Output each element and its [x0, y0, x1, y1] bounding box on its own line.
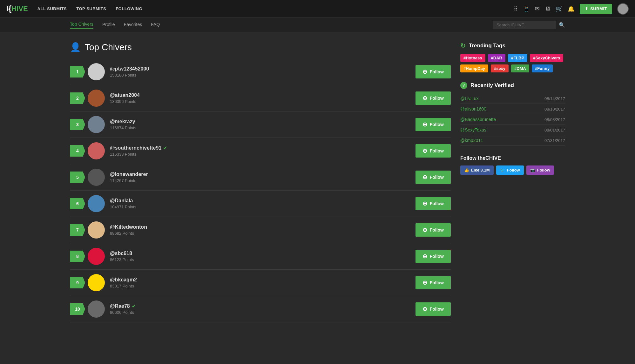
user-info: @sbc618 86123 Points [110, 251, 415, 262]
user-points: 83017 Points [110, 284, 415, 288]
follow-chive-title: Follow theCHIVE [460, 155, 565, 161]
user-avatar[interactable] [88, 63, 105, 80]
user-info: @bkcagm2 83017 Points [110, 277, 415, 288]
verified-username[interactable]: @Badassbrunette [460, 117, 496, 122]
user-row: 1 @ptw123452000 153180 Points ⊕ Follow [70, 59, 451, 85]
cart-icon[interactable]: 🛒 [556, 5, 563, 12]
twitter-follow-button[interactable]: 🐦Follow [496, 165, 524, 175]
plus-icon: ⊕ [422, 174, 427, 181]
follow-button[interactable]: ⊕ Follow [415, 91, 451, 105]
user-avatar[interactable] [88, 90, 105, 107]
subnav-favorites[interactable]: Favorites [124, 22, 142, 28]
follow-label: Follow [430, 201, 444, 206]
logo[interactable]: i{HIVE [6, 4, 28, 14]
verified-username[interactable]: @Liv.Lux [460, 96, 479, 101]
header: i{HIVE ALL SUBMITS TOP SUBMITS FOLLOWING… [0, 0, 635, 18]
user-row: 9 @bkcagm2 83017 Points ⊕ Follow [70, 270, 451, 296]
follow-label: Follow [430, 175, 444, 180]
plus-icon: ⊕ [422, 306, 427, 313]
follow-button[interactable]: ⊕ Follow [415, 65, 451, 78]
user-avatar[interactable] [88, 221, 105, 239]
hashtag[interactable]: #HumpDay [460, 64, 488, 72]
rank-badge: 2 [70, 92, 85, 104]
username[interactable]: @mekrazy [110, 119, 415, 125]
follow-button[interactable]: ⊕ Follow [415, 276, 451, 289]
mail-icon[interactable]: ✉ [535, 5, 540, 12]
follow-button[interactable]: ⊕ Follow [415, 250, 451, 263]
plus-icon: ⊕ [422, 253, 427, 260]
subnav-profile[interactable]: Profile [102, 22, 115, 28]
trending-tags-widget: ↻ Trending Tags #Hotness#DAR#FLBP#SexyCh… [460, 42, 565, 72]
verified-row: @kmp2011 07/31/2017 [460, 135, 565, 146]
follow-label: Follow [430, 69, 444, 74]
username[interactable]: @Rae78 ✔ [110, 303, 415, 309]
verified-icon: ✔ [132, 304, 136, 309]
submit-button[interactable]: ⬆ SUBMIT [580, 4, 612, 14]
verified-date: 07/31/2017 [544, 138, 565, 143]
hashtag[interactable]: #Funny [532, 64, 553, 72]
username[interactable]: @Kiltedwonton [110, 224, 415, 230]
mobile-icon[interactable]: 📱 [523, 5, 530, 12]
username[interactable]: @lonewanderer [110, 172, 415, 177]
user-avatar[interactable] [88, 274, 105, 291]
username[interactable]: @bkcagm2 [110, 277, 415, 283]
follow-button[interactable]: ⊕ Follow [415, 302, 451, 316]
hashtag[interactable]: #DMA [511, 64, 529, 72]
follow-label: Follow [430, 227, 444, 233]
verified-username[interactable]: @SexyTexas [460, 127, 486, 132]
follow-button[interactable]: ⊕ Follow [415, 223, 451, 237]
nav-top-submits[interactable]: TOP SUBMITS [76, 6, 106, 11]
facebook-follow-button[interactable]: 👍Like 3.1M [460, 165, 494, 175]
user-avatar[interactable] [88, 169, 105, 186]
nav-all-submits[interactable]: ALL SUBMITS [37, 6, 67, 11]
follow-button[interactable]: ⊕ Follow [415, 171, 451, 184]
username[interactable]: @sbc618 [110, 251, 415, 256]
search-button[interactable]: 🔍 [559, 22, 565, 28]
hashtag[interactable]: #DAR [488, 54, 505, 62]
monitor-icon[interactable]: 🖥 [545, 5, 551, 12]
user-row: 4 @southernchivette91 ✔ 116333 Points ⊕ … [70, 138, 451, 164]
hashtag[interactable]: #sexy [491, 64, 509, 72]
subnav-top-chivers[interactable]: Top Chivers [70, 22, 93, 29]
follow-button[interactable]: ⊕ Follow [415, 144, 451, 158]
user-avatar[interactable] [88, 142, 105, 159]
follow-button[interactable]: ⊕ Follow [415, 118, 451, 131]
facebook-label: Like 3.1M [471, 168, 490, 172]
user-points: 153180 Points [110, 73, 415, 78]
verified-username[interactable]: @alison1600 [460, 106, 486, 111]
social-buttons: 👍Like 3.1M🐦Follow📷Follow [460, 165, 565, 175]
hashtag[interactable]: #FLBP [508, 54, 527, 62]
username[interactable]: @southernchivette91 ✔ [110, 145, 415, 151]
bell-icon[interactable]: 🔔 [568, 5, 575, 12]
user-avatar-header[interactable] [617, 3, 629, 15]
grid-icon[interactable]: ⠿ [514, 5, 518, 12]
user-info: @southernchivette91 ✔ 116333 Points [110, 145, 415, 157]
user-avatar[interactable] [88, 300, 105, 318]
rank-badge: 7 [70, 224, 85, 236]
facebook-icon: 👍 [464, 168, 469, 172]
nav-following[interactable]: FOLLOWING [116, 6, 142, 11]
user-avatar[interactable] [88, 248, 105, 265]
username[interactable]: @atuan2004 [110, 92, 415, 98]
search-input[interactable] [493, 21, 556, 29]
follow-button[interactable]: ⊕ Follow [415, 197, 451, 210]
follow-label: Follow [430, 148, 444, 153]
verified-row: @alison1600 08/10/2017 [460, 104, 565, 114]
user-points: 136396 Points [110, 99, 415, 104]
subnav-faq[interactable]: FAQ [151, 22, 160, 28]
user-avatar[interactable] [88, 116, 105, 133]
user-points: 116874 Points [110, 125, 415, 130]
username[interactable]: @ptw123452000 [110, 66, 415, 72]
recently-verified-title: ✓ Recently Verified [460, 82, 565, 89]
user-avatar[interactable] [88, 195, 105, 212]
verified-check-icon: ✓ [460, 82, 467, 89]
user-info: @atuan2004 136396 Points [110, 92, 415, 104]
user-info: @Rae78 ✔ 80606 Points [110, 303, 415, 315]
hashtag[interactable]: #Hotness [460, 54, 485, 62]
hashtag[interactable]: #SexyChivers [530, 54, 563, 62]
user-points: 86123 Points [110, 257, 415, 262]
verified-date: 08/10/2017 [544, 107, 565, 111]
verified-username[interactable]: @kmp2011 [460, 138, 483, 143]
instagram-follow-button[interactable]: 📷Follow [526, 165, 554, 175]
username[interactable]: @Danlala [110, 198, 415, 204]
